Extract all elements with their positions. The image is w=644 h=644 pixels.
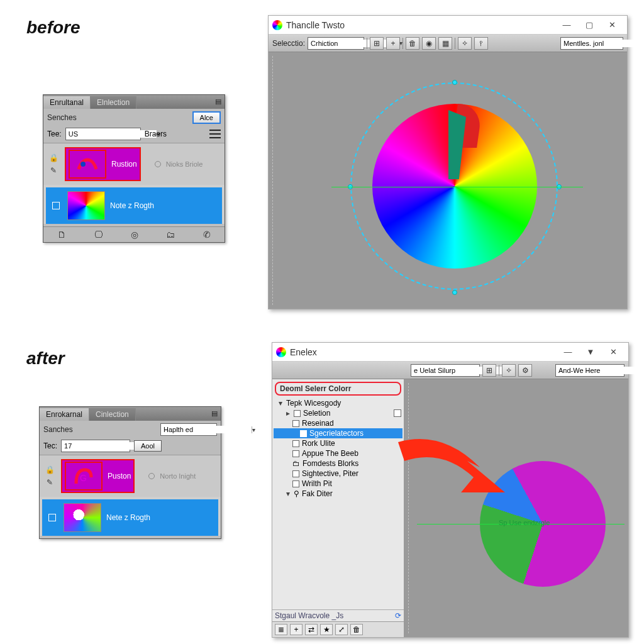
app-window-before: Thanclle Twsto — ▢ ✕ Selecctio: ▾ ⊞ + 🗑 …: [268, 15, 628, 309]
minimize-button[interactable]: —: [555, 16, 578, 34]
item-thumb: [67, 191, 105, 220]
trash-icon[interactable]: 🗑: [406, 37, 419, 50]
tree-node[interactable]: 🗀Fomdests Blorks: [274, 458, 402, 469]
before-heading: before: [26, 18, 80, 38]
selection-value[interactable]: [309, 40, 399, 47]
list-item[interactable]: Note z Rogth: [46, 187, 222, 224]
swatches-label: Senches: [47, 113, 77, 122]
tab-elnlection[interactable]: Elnlection: [91, 96, 136, 109]
aool-button[interactable]: Aool: [134, 440, 162, 452]
minimize-button[interactable]: —: [557, 343, 579, 361]
menu-icon[interactable]: [209, 130, 221, 138]
status-text: Stgaul Wracvole _Js: [275, 611, 343, 620]
tab-enrokarnal[interactable]: Enrokarnal: [40, 408, 89, 421]
radio-icon[interactable]: [155, 161, 161, 167]
panel-menu-icon[interactable]: ▤: [213, 96, 223, 106]
target-icon[interactable]: ◉: [422, 37, 436, 50]
canvas[interactable]: Sp Use endzrgle: [404, 379, 628, 637]
plus-icon[interactable]: +: [290, 624, 303, 635]
list-item[interactable]: 🔒 ✎ Rustion Nioks Briole: [43, 143, 225, 185]
expand-icon[interactable]: ⤢: [335, 624, 348, 635]
chart-icon[interactable]: ⫯: [474, 37, 488, 50]
close-button[interactable]: ✕: [601, 16, 623, 34]
list-item[interactable]: 🔒 ✎ G Puston Norto Inight: [40, 455, 221, 497]
item-label: Nete z Rogth: [106, 513, 150, 522]
panel-after: Enrokarnal Cinlection ▤ Sanches ▾ Tec: ▾…: [39, 406, 221, 539]
tree-node[interactable]: ▾⚲Fak Diter: [274, 489, 402, 499]
after-heading: after: [26, 348, 65, 369]
handle-bottom[interactable]: [452, 290, 457, 295]
tree-root[interactable]: ▾Tepk Wicesgody: [274, 398, 402, 408]
item-sub: Norto Inight: [160, 472, 196, 480]
canvas[interactable]: [269, 52, 627, 309]
svg-point-0: [80, 162, 86, 167]
trash-icon[interactable]: 🗑: [350, 624, 363, 635]
brush-icon: ✎: [50, 166, 57, 175]
handle-top[interactable]: [452, 80, 457, 85]
alce-button[interactable]: Alce: [192, 111, 221, 124]
window-title: Enelex: [290, 347, 557, 357]
plus-icon[interactable]: +: [386, 37, 400, 50]
disc-icon[interactable]: ◎: [131, 230, 138, 240]
item-label: Puston: [108, 472, 131, 480]
list-icon[interactable]: ≣: [275, 624, 287, 635]
item-label: Rustion: [111, 160, 137, 169]
tree-node[interactable]: Reseinad: [274, 418, 402, 428]
tree-node-selected[interactable]: Sgecrielatectors: [274, 428, 402, 438]
right-select[interactable]: ▾: [555, 364, 625, 377]
list-item[interactable]: Nete z Rogth: [42, 499, 218, 536]
haplth-select[interactable]: ▾: [160, 423, 217, 436]
haplth-value[interactable]: [162, 426, 252, 433]
toolbar-label: Selecctio:: [272, 39, 305, 48]
tab-cinlection[interactable]: Cinlection: [89, 408, 136, 421]
grid-icon[interactable]: ▦: [438, 37, 452, 50]
tee-value[interactable]: [67, 130, 157, 138]
grid-icon[interactable]: ⊞: [482, 364, 496, 377]
link-icon[interactable]: ⇄: [305, 624, 318, 635]
filter-button[interactable]: ▼: [579, 343, 602, 361]
stack-icon[interactable]: 🗂: [166, 230, 175, 240]
mode-select[interactable]: ▾: [411, 364, 480, 377]
lock-icon: 🔒: [49, 153, 58, 162]
tree-title: Deoml Selerr Colorr: [275, 382, 401, 396]
page-icon[interactable]: 🗋: [57, 230, 66, 240]
tree-node[interactable]: Rork Ulite: [274, 438, 402, 448]
pie-label: Sp Use endzrgle: [499, 519, 550, 526]
close-button[interactable]: ✕: [602, 343, 625, 361]
maximize-button[interactable]: ▢: [578, 16, 601, 34]
refresh-icon[interactable]: ⟳: [395, 611, 401, 620]
selection-select[interactable]: ▾: [308, 37, 364, 50]
phone-icon[interactable]: ✆: [203, 230, 211, 240]
tree-node[interactable]: Sightective, Piter: [274, 469, 402, 479]
guide-horizontal: [331, 187, 583, 187]
right-select[interactable]: ▾: [560, 37, 623, 50]
filter-icon: ⚲: [294, 489, 299, 498]
item-thumb: [69, 150, 106, 179]
tree-panel: Deoml Selerr Colorr ▾Tepk Wicesgody ▸Sel…: [272, 379, 404, 637]
brush-icon: ✎: [47, 478, 53, 487]
wand-icon[interactable]: ✧: [502, 364, 516, 377]
gear-icon[interactable]: ⚙: [518, 364, 532, 377]
panel-menu-icon[interactable]: ▤: [209, 408, 219, 418]
wand-icon[interactable]: ✧: [458, 37, 472, 50]
tree-node[interactable]: Wrilth Pit: [274, 479, 402, 489]
right-value[interactable]: [557, 367, 644, 374]
right-value[interactable]: [562, 40, 644, 47]
swatches-label: Sanches: [43, 425, 73, 434]
chevron-down-icon: ▾: [252, 426, 255, 433]
star-icon[interactable]: ★: [320, 624, 333, 635]
app-window-after: Enelex — ▼ ✕ ▾ ⊞ ✧ ⚙ ▾ Deoml Selerr Colo…: [272, 342, 629, 638]
lock-icon: 🔒: [45, 465, 55, 474]
align-icon[interactable]: ⊞: [370, 37, 384, 50]
braers-label: Braers: [145, 130, 167, 138]
panel-before: Enrultanal Elnlection ▤ Senches Alce Tee…: [43, 94, 225, 243]
tree-toolbar: ≣ + ⇄ ★ ⤢ 🗑: [272, 621, 404, 637]
tee-select[interactable]: ▾: [65, 128, 141, 140]
tree-node[interactable]: ▸Seletion: [274, 408, 402, 418]
screen-icon[interactable]: 🖵: [94, 230, 103, 240]
tab-enrultanal[interactable]: Enrultanal: [43, 96, 91, 109]
radio-icon[interactable]: [148, 473, 155, 479]
tec-select[interactable]: ▾: [61, 440, 130, 452]
tee-label: Tee:: [47, 130, 62, 138]
tree-node[interactable]: Appue The Beeb: [274, 448, 402, 458]
